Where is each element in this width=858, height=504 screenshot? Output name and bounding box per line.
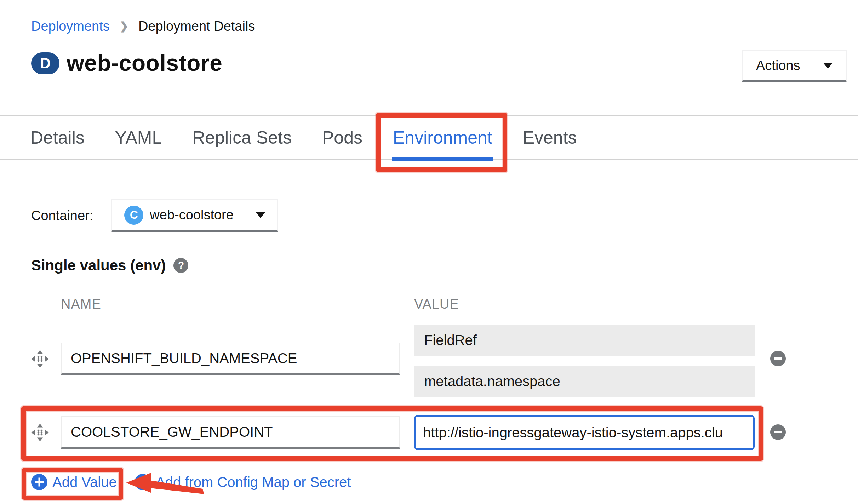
breadcrumb-current-page: Deployment Details [138, 18, 255, 34]
help-question-icon[interactable]: ? [173, 258, 188, 273]
caret-down-icon [256, 212, 265, 218]
actions-button-label: Actions [756, 58, 800, 73]
container-label: Container: [31, 208, 93, 223]
deployment-badge-icon: D [31, 52, 59, 74]
add-value-button[interactable]: Add Value [31, 474, 117, 490]
env-value-input-row2[interactable] [414, 415, 755, 450]
env-value-kind-field-row1: FieldRef [414, 325, 755, 356]
env-name-input-row2[interactable] [61, 416, 400, 449]
add-from-configmap-secret-label: Add from Config Map or Secret [156, 474, 351, 490]
actions-button[interactable]: Actions [742, 50, 847, 82]
column-header-value: VALUE [414, 297, 459, 312]
add-value-label: Add Value [52, 474, 117, 490]
caret-down-icon [823, 63, 833, 69]
container-dropdown[interactable]: C web-coolstore [111, 199, 278, 232]
tab-pods[interactable]: Pods [322, 116, 362, 159]
single-values-section-heading: Single values (env) ? [31, 257, 188, 274]
container-selector-row: Container: C web-coolstore [31, 199, 278, 232]
tab-bar: Details YAML Replica Sets Pods Environme… [0, 115, 858, 160]
add-from-configmap-secret-button[interactable]: Add from Config Map or Secret [135, 474, 351, 490]
active-tab-underline [392, 157, 493, 161]
breadcrumb-deployments-link[interactable]: Deployments [31, 18, 110, 34]
plus-circle-icon [31, 474, 47, 490]
drag-handle-icon[interactable] [30, 423, 50, 442]
tab-yaml[interactable]: YAML [115, 116, 162, 159]
tab-events[interactable]: Events [523, 116, 577, 159]
selected-container-name: web-coolstore [150, 207, 250, 223]
breadcrumb: Deployments ❯ Deployment Details [31, 18, 255, 34]
env-name-input-row1[interactable] [61, 343, 400, 375]
remove-row-button-row1[interactable] [770, 351, 786, 366]
chevron-right-icon: ❯ [120, 18, 128, 34]
column-header-name: NAME [61, 297, 101, 312]
deployment-details-page: Deployments ❯ Deployment Details D web-c… [0, 0, 858, 504]
page-title: web-coolstore [67, 45, 222, 81]
tab-details[interactable]: Details [30, 116, 85, 159]
drag-handle-icon[interactable] [30, 349, 50, 368]
container-badge-icon: C [124, 206, 143, 225]
section-heading-text: Single values (env) [31, 257, 166, 274]
tab-replica-sets[interactable]: Replica Sets [192, 116, 292, 159]
plus-circle-icon [135, 474, 151, 490]
env-value-ref-field-row1: metadata.namespace [414, 366, 755, 397]
remove-row-button-row2[interactable] [770, 424, 786, 440]
tab-environment[interactable]: Environment [393, 116, 492, 159]
